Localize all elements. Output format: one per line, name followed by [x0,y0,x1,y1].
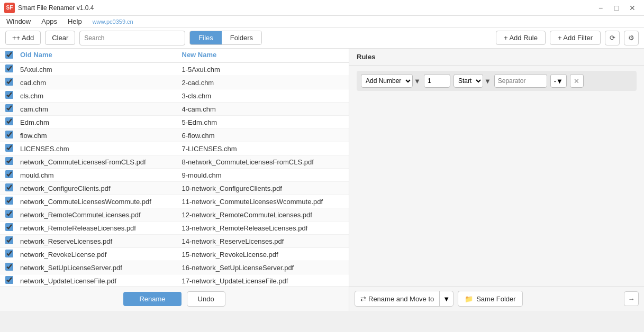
app-logo: SF [4,3,15,13]
folder-label: Same Folder [476,295,515,303]
file-checkbox[interactable] [5,263,13,271]
maximize-button[interactable]: □ [609,2,624,14]
file-checkbox[interactable] [5,104,13,112]
file-list-footer: Rename Undo [0,287,349,311]
search-input[interactable] [79,31,185,45]
arrows-icon: ⇄ [360,295,366,303]
next-arrow-button[interactable]: → [624,291,639,306]
file-checkbox[interactable] [5,117,13,125]
old-name-cell: network_ConfigureClients.pdf [20,185,182,192]
file-checkbox[interactable] [5,250,13,257]
file-checkbox[interactable] [5,236,13,244]
app-title: Smart File Renamer v1.0.4 [18,4,94,12]
menu-website: www.pc0359.cn [90,17,135,26]
add-label: + Add [16,34,34,42]
new-name-cell: 6-flow.chm [182,132,344,140]
file-checkbox[interactable] [5,144,13,152]
old-name-cell: 5Axui.chm [20,66,182,73]
rename-move-button[interactable]: ⇄ Rename and Move to ▼ [355,291,453,307]
col-old-name: Old Name [20,51,182,60]
file-checkbox[interactable] [5,183,13,191]
plus-icon: + [12,34,16,42]
file-checkbox[interactable] [5,78,13,86]
file-checkbox[interactable] [5,64,13,72]
menu-window[interactable]: Window [4,16,33,26]
file-list-header: Old Name New Name [0,49,349,63]
rule-dash-button[interactable]: - ▼ [550,74,567,88]
folders-toggle[interactable]: Folders [222,31,261,44]
table-row: network_RevokeLicense.pdf 15-network_Rev… [0,248,349,261]
new-name-cell: 3-cls.chm [182,92,344,100]
table-row: flow.chm 6-flow.chm [0,129,349,142]
add-button[interactable]: + + Add [5,31,41,45]
table-row: network_UpdateLicenseFile.pdf 17-network… [0,274,349,287]
old-name-cell: network_CommuteLicensesWcommute.pdf [20,198,182,206]
main-toolbar: + + Add Clear Files Folders + Add Rule +… [0,27,644,49]
file-checkbox[interactable] [5,197,13,205]
new-name-cell: 13-network_RemoteReleaseLicenses.pdf [182,224,344,232]
new-name-cell: 4-cam.chm [182,105,344,113]
new-name-cell: 17-network_UpdateLicenseFile.pdf [182,277,344,285]
table-row: LICENSES.chm 7-LICENSES.chm [0,142,349,155]
rename-button[interactable]: Rename [123,292,181,306]
file-checkbox[interactable] [5,276,13,284]
close-button[interactable]: ✕ [625,2,640,14]
old-name-cell: cad.chm [20,79,182,87]
new-name-cell: 16-network_SetUpLicenseServer.pdf [182,264,344,272]
file-checkbox[interactable] [5,170,13,178]
file-checkbox[interactable] [5,91,13,99]
new-name-cell: 11-network_CommuteLicensesWcommute.pdf [182,198,344,206]
new-name-cell: 12-network_RemoteCommuteLicenses.pdf [182,211,344,219]
old-name-cell: network_RemoteReleaseLicenses.pdf [20,224,182,232]
settings-button[interactable]: ⚙ [624,31,639,45]
title-bar: SF Smart File Renamer v1.0.4 − □ ✕ [0,0,644,16]
file-checkbox[interactable] [5,131,13,139]
arrow-right-icon: → [628,295,635,303]
col-new-name: New Name [182,51,344,60]
rule-separator-input[interactable] [494,74,547,88]
rename-move-dropdown[interactable]: ▼ [440,291,453,306]
new-name-cell: 7-LICENSES.chm [182,145,344,153]
add-rule-button[interactable]: + Add Rule [496,31,546,45]
file-checkbox[interactable] [5,157,13,165]
rules-header: Rules [349,49,644,66]
rename-move-label[interactable]: ⇄ Rename and Move to [355,291,440,306]
new-name-cell: 10-network_ConfigureClients.pdf [182,185,344,192]
table-row: network_CommuteLicensesFromCLS.pdf 8-net… [0,155,349,169]
rename-move-text: Rename and Move to [368,295,434,303]
clear-button[interactable]: Clear [45,31,75,45]
select-all-checkbox[interactable] [5,51,13,59]
rule-delete-button[interactable]: ✕ [570,74,584,88]
file-checkbox[interactable] [5,210,13,218]
rule-start-value[interactable] [424,74,450,88]
new-name-cell: 2-cad.chm [182,79,344,87]
old-name-cell: cls.chm [20,92,182,100]
rules-content: Add Number Add Text Remove ▼ Start End ▼… [349,66,644,181]
table-row: network_CommuteLicensesWcommute.pdf 11-n… [0,195,349,208]
minimize-button[interactable]: − [593,2,608,14]
files-toggle[interactable]: Files [190,31,221,44]
table-row: cls.chm 3-cls.chm [0,89,349,103]
new-name-cell: 5-Edm.chm [182,118,344,126]
old-name-cell: flow.chm [20,132,182,140]
add-filter-button[interactable]: + Add Filter [550,31,601,45]
old-name-cell: mould.chm [20,171,182,179]
refresh-button[interactable]: ⟳ [605,31,620,45]
close-icon: ✕ [574,77,579,85]
file-checkbox[interactable] [5,223,13,231]
rule-position-select[interactable]: Start End [453,74,483,88]
rule-row: Add Number Add Text Remove ▼ Start End ▼… [357,71,637,91]
view-toggle: Files Folders [189,31,262,45]
clear-label: Clear [52,34,68,42]
old-name-cell: network_SetUpLicenseServer.pdf [20,264,182,272]
new-name-cell: 15-network_RevokeLicense.pdf [182,251,344,259]
old-name-cell: cam.chm [20,105,182,113]
table-row: cam.chm 4-cam.chm [0,103,349,116]
same-folder-button[interactable]: 📁 Same Folder [458,291,522,307]
undo-button[interactable]: Undo [187,291,225,307]
menu-help[interactable]: Help [66,16,84,26]
table-row: network_RemoteCommuteLicenses.pdf 12-net… [0,208,349,222]
dropdown-arrow: ▼ [556,77,563,85]
rule-type-select[interactable]: Add Number Add Text Remove [361,74,413,88]
menu-apps[interactable]: Apps [39,16,59,26]
